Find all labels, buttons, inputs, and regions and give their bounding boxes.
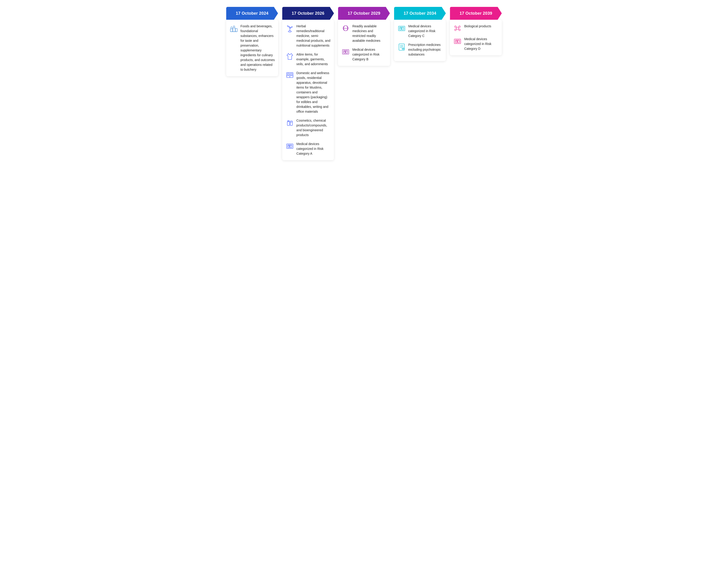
item-text: Biological products — [464, 24, 491, 29]
item-text: Medical devices categorized in Risk Cate… — [408, 24, 443, 38]
svg-rect-28 — [398, 26, 405, 31]
svg-rect-1 — [233, 28, 235, 32]
medical-device-icon — [341, 47, 350, 56]
svg-rect-16 — [290, 145, 292, 147]
item-text: Prescription medicines excluding psychot… — [408, 43, 443, 57]
item-text: Attire items, for example, garments, vei… — [296, 52, 331, 66]
timeline-container: 17 October 2024 Foods and beverages, fou… — [226, 7, 502, 160]
herbal-icon — [285, 24, 294, 33]
list-item: Foods and beverages, foundational substa… — [229, 24, 275, 72]
medical-device-icon — [397, 24, 406, 33]
svg-rect-11 — [288, 120, 289, 121]
item-text: Foods and beverages, foundational substa… — [240, 24, 275, 72]
biological-icon — [453, 24, 462, 33]
svg-rect-50 — [454, 39, 461, 44]
svg-rect-52 — [458, 40, 460, 43]
column-col-2024: 17 October 2024 Foods and beverages, fou… — [226, 7, 278, 76]
item-text: Medical devices categorized in Risk Cate… — [296, 142, 331, 156]
item-text: Medical devices categorized in Risk Cate… — [464, 37, 499, 51]
list-item: Attire items, for example, garments, vei… — [285, 52, 331, 66]
svg-rect-30 — [402, 27, 404, 30]
list-item: Cosmetics, chemical products/compounds, … — [285, 118, 331, 137]
domestic-icon — [285, 71, 294, 79]
prescription-icon — [397, 43, 406, 51]
svg-line-48 — [456, 29, 457, 29]
card-col-2026: Herbal remedies/traditional medicine, se… — [282, 20, 334, 160]
svg-point-44 — [455, 29, 456, 31]
card-col-2024: Foods and beverages, foundational substa… — [226, 20, 278, 76]
item-text: Domestic and wellness goods, residential… — [296, 71, 331, 114]
medicine-icon — [341, 24, 350, 33]
svg-rect-0 — [230, 29, 233, 32]
item-text: Medical devices categorized in Risk Cate… — [352, 47, 387, 62]
list-item: Biological products — [453, 24, 499, 33]
card-col-2034: Medical devices categorized in Risk Cate… — [394, 20, 446, 61]
svg-point-43 — [459, 26, 461, 28]
attire-icon — [285, 52, 294, 61]
svg-rect-7 — [290, 74, 292, 75]
date-badge-col-2024: 17 October 2024 — [226, 7, 278, 20]
food-icon — [229, 24, 238, 33]
svg-rect-10 — [287, 121, 290, 126]
card-col-2029: Readily available medicines and restrict… — [338, 20, 390, 66]
card-col-2039: Biological products Medical devices cate… — [450, 20, 502, 55]
medical-device-icon — [453, 37, 462, 46]
column-col-2029: 17 October 2029 Readily available medici… — [338, 7, 390, 66]
date-badge-col-2039: 17 October 2039 — [450, 7, 502, 20]
column-col-2034: 17 October 2034 Medical devices categori… — [394, 7, 446, 61]
svg-line-49 — [458, 29, 459, 29]
svg-rect-2 — [235, 28, 237, 32]
svg-point-42 — [455, 26, 456, 28]
svg-rect-14 — [287, 144, 293, 148]
list-item: Prescription medicines excluding psychot… — [397, 43, 443, 57]
date-badge-col-2026: 17 October 2026 — [282, 7, 334, 20]
svg-rect-22 — [342, 50, 349, 54]
column-col-2026: 17 October 2026 Herbal remedies/traditio… — [282, 7, 334, 160]
list-item: Medical devices categorized in Risk Cate… — [285, 142, 331, 156]
list-item: Medical devices categorized in Risk Cate… — [341, 47, 387, 62]
list-item: Readily available medicines and restrict… — [341, 24, 387, 43]
item-text: Herbal remedies/traditional medicine, se… — [296, 24, 331, 48]
svg-rect-6 — [288, 74, 289, 75]
svg-line-47 — [458, 27, 459, 28]
column-col-2039: 17 October 2039 Biological products Medi… — [450, 7, 502, 55]
svg-point-45 — [459, 29, 461, 31]
cosmetics-icon — [285, 118, 294, 127]
date-badge-col-2029: 17 October 2029 — [338, 7, 390, 20]
svg-rect-12 — [290, 121, 292, 126]
date-badge-col-2034: 17 October 2034 — [394, 7, 446, 20]
svg-rect-24 — [346, 51, 348, 53]
svg-line-46 — [456, 27, 457, 28]
list-item: Medical devices categorized in Risk Cate… — [453, 37, 499, 51]
list-item: Domestic and wellness goods, residential… — [285, 71, 331, 114]
medical-device-icon — [285, 142, 294, 150]
item-text: Readily available medicines and restrict… — [352, 24, 387, 43]
list-item: Herbal remedies/traditional medicine, se… — [285, 24, 331, 48]
list-item: Medical devices categorized in Risk Cate… — [397, 24, 443, 38]
item-text: Cosmetics, chemical products/compounds, … — [296, 118, 331, 137]
